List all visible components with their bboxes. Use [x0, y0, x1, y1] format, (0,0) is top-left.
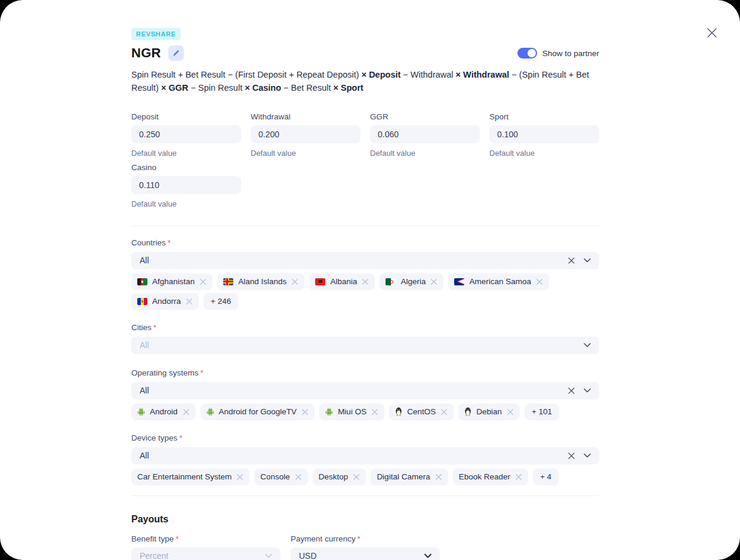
operating-systems-select-value: All — [140, 386, 149, 395]
chip-miui-os: Miui OS — [319, 404, 384, 420]
device-types-chips: Car Entertainment System Console Desktop… — [131, 469, 599, 485]
required-mark: * — [153, 323, 156, 332]
cities-select[interactable]: All — [131, 337, 599, 354]
remove-icon[interactable] — [430, 278, 437, 285]
field-sport: Sport Default value — [489, 112, 599, 158]
flag-algeria-icon — [386, 278, 396, 285]
cities-select-value: All — [140, 340, 149, 350]
edit-title-button[interactable] — [168, 45, 184, 61]
default-value-link[interactable]: Default value — [370, 149, 415, 158]
remove-icon[interactable] — [186, 298, 193, 305]
modal: REVSHARE NGR Show to partner Spin Result… — [0, 0, 740, 560]
countries-select[interactable]: All — [131, 252, 599, 269]
deposit-input[interactable] — [131, 125, 241, 143]
chip-android: Android — [131, 404, 196, 420]
ggr-input[interactable] — [370, 125, 480, 143]
remove-icon[interactable] — [362, 278, 369, 285]
clear-icon[interactable] — [568, 452, 575, 460]
remove-icon[interactable] — [353, 473, 360, 481]
cities-section: Cities* All — [131, 323, 599, 354]
remove-icon[interactable] — [440, 408, 448, 416]
remove-icon[interactable] — [236, 473, 243, 481]
default-value-link[interactable]: Default value — [131, 199, 177, 208]
chevron-down-icon[interactable] — [424, 553, 431, 558]
payment-currency-label: Payment currency* — [291, 534, 440, 543]
close-icon — [705, 26, 719, 39]
payouts-heading: Payouts — [131, 514, 599, 525]
formula-part: − Spin Result — [189, 83, 245, 93]
device-types-section: Device types* All Car Entertainment Syst… — [131, 433, 599, 485]
remove-icon[interactable] — [301, 408, 309, 416]
more-countries-chip[interactable]: + 246 — [204, 293, 238, 310]
sport-input[interactable] — [489, 125, 599, 143]
show-to-partner-toggle[interactable] — [517, 48, 537, 59]
chip-desktop: Desktop — [313, 469, 366, 485]
device-types-select-value: All — [140, 451, 149, 460]
formula-part: Spin Result + Bet Result − (First Deposi… — [131, 70, 362, 79]
toggle-knob — [528, 49, 536, 57]
chevron-down-icon[interactable] — [584, 453, 591, 458]
required-mark: * — [168, 238, 171, 247]
show-to-partner-control[interactable]: Show to partner — [517, 48, 599, 59]
more-operating-systems-chip[interactable]: + 101 — [525, 404, 559, 420]
operating-systems-chips: Android Android for GoogleTV Miui OS Cen… — [131, 404, 599, 420]
field-label: Withdrawal — [251, 112, 360, 121]
field-deposit: Deposit Default value — [131, 112, 241, 158]
field-withdrawal: Withdrawal Default value — [251, 112, 360, 158]
page-title: NGR — [131, 45, 161, 61]
remove-icon[interactable] — [515, 473, 522, 481]
remove-icon[interactable] — [507, 408, 514, 416]
device-types-select[interactable]: All — [131, 447, 599, 464]
flag-andorra-icon — [137, 298, 147, 305]
clear-icon[interactable] — [568, 387, 575, 395]
formula-part-bold: × Casino — [245, 83, 281, 93]
flag-albania-icon — [315, 278, 325, 285]
divider — [131, 496, 599, 496]
revshare-badge: REVSHARE — [131, 28, 181, 40]
benefit-type-field: Benefit type* Percent — [131, 534, 280, 560]
remove-icon[interactable] — [291, 278, 298, 285]
remove-icon[interactable] — [295, 473, 302, 481]
more-device-types-chip[interactable]: + 4 — [533, 469, 559, 485]
default-value-link[interactable]: Default value — [251, 149, 296, 158]
field-label: Deposit — [131, 112, 241, 121]
field-label: Casino — [131, 163, 241, 172]
chip-andorra: Andorra — [131, 293, 199, 310]
chip-debian: Debian — [458, 404, 520, 420]
required-mark: * — [357, 534, 360, 543]
close-button[interactable] — [705, 26, 719, 39]
chip-centos: CentOS — [389, 404, 454, 420]
flag-american-samoa-icon — [454, 278, 464, 285]
chevron-down-icon[interactable] — [584, 258, 591, 263]
clear-icon[interactable] — [568, 257, 575, 264]
remove-icon[interactable] — [536, 278, 543, 285]
default-value-link[interactable]: Default value — [131, 149, 177, 158]
chevron-down-icon[interactable] — [584, 388, 591, 393]
payment-currency-field: Payment currency* USD — [291, 534, 440, 560]
payment-currency-select-value: USD — [299, 551, 317, 560]
chevron-down-icon[interactable] — [584, 343, 591, 347]
payment-currency-select[interactable]: USD — [291, 547, 440, 560]
cities-label: Cities* — [131, 323, 599, 332]
operating-systems-select[interactable]: All — [131, 382, 599, 399]
remove-icon[interactable] — [371, 408, 378, 416]
flag-aland-islands-icon — [223, 278, 233, 285]
withdrawal-input[interactable] — [251, 125, 360, 143]
formula-part: − Bet Result — [281, 83, 333, 93]
formula: Spin Result + Bet Result − (First Deposi… — [131, 69, 599, 95]
default-value-link[interactable]: Default value — [489, 149, 535, 158]
field-ggr: GGR Default value — [370, 112, 480, 158]
remove-icon[interactable] — [183, 408, 190, 416]
countries-section: Countries* All Afghanistan Aland Islands — [131, 238, 599, 310]
countries-chips: Afghanistan Aland Islands Albania Algeri… — [131, 273, 599, 310]
formula-part-bold: × Deposit — [362, 70, 401, 79]
required-mark: * — [179, 433, 182, 442]
chip-afghanistan: Afghanistan — [131, 273, 212, 290]
field-label: Sport — [489, 112, 599, 121]
remove-icon[interactable] — [435, 473, 442, 481]
show-to-partner-label: Show to partner — [542, 49, 599, 58]
remove-icon[interactable] — [199, 278, 206, 285]
casino-input[interactable] — [131, 176, 241, 194]
benefit-type-select-value: Percent — [140, 551, 168, 560]
chip-american-samoa: American Samoa — [448, 273, 549, 290]
